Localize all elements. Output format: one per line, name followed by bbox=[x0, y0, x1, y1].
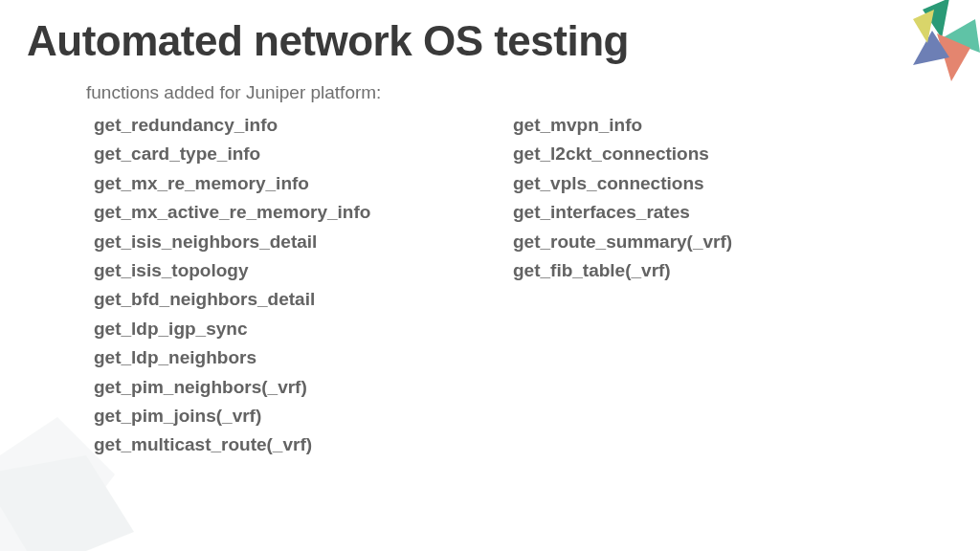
corner-shapes-icon bbox=[884, 0, 980, 96]
svg-marker-2 bbox=[937, 33, 970, 81]
list-item: get_mx_re_memory_info bbox=[94, 169, 370, 198]
svg-marker-3 bbox=[913, 31, 949, 65]
list-item: get_fib_table(_vrf) bbox=[513, 256, 732, 285]
list-item: get_route_summary(_vrf) bbox=[513, 228, 732, 256]
svg-marker-6 bbox=[0, 455, 134, 551]
svg-marker-0 bbox=[923, 0, 949, 38]
subtitle-text: functions added for Juniper platform: bbox=[86, 82, 381, 103]
list-item: get_bfd_neighbors_detail bbox=[94, 285, 370, 314]
list-item: get_l2ckt_connections bbox=[513, 140, 732, 168]
list-item: get_interfaces_rates bbox=[513, 198, 732, 227]
svg-marker-1 bbox=[942, 19, 980, 53]
function-list-right: get_mvpn_info get_l2ckt_connections get_… bbox=[513, 111, 732, 285]
list-item: get_mvpn_info bbox=[513, 111, 732, 140]
list-item: get_ldp_neighbors bbox=[94, 343, 370, 372]
list-item: get_card_type_info bbox=[94, 140, 370, 168]
list-item: get_redundancy_info bbox=[94, 111, 370, 140]
list-item: get_vpls_connections bbox=[513, 169, 732, 198]
list-item: get_pim_joins(_vrf) bbox=[94, 402, 370, 430]
list-item: get_multicast_route(_vrf) bbox=[94, 430, 370, 459]
list-item: get_isis_neighbors_detail bbox=[94, 228, 370, 256]
function-list-left: get_redundancy_info get_card_type_info g… bbox=[94, 111, 370, 460]
list-item: get_pim_neighbors(_vrf) bbox=[94, 373, 370, 402]
svg-marker-4 bbox=[913, 10, 934, 43]
list-item: get_ldp_igp_sync bbox=[94, 315, 370, 343]
list-item: get_isis_topology bbox=[94, 256, 370, 285]
list-item: get_mx_active_re_memory_info bbox=[94, 198, 370, 227]
page-title: Automated network OS testing bbox=[27, 17, 629, 65]
